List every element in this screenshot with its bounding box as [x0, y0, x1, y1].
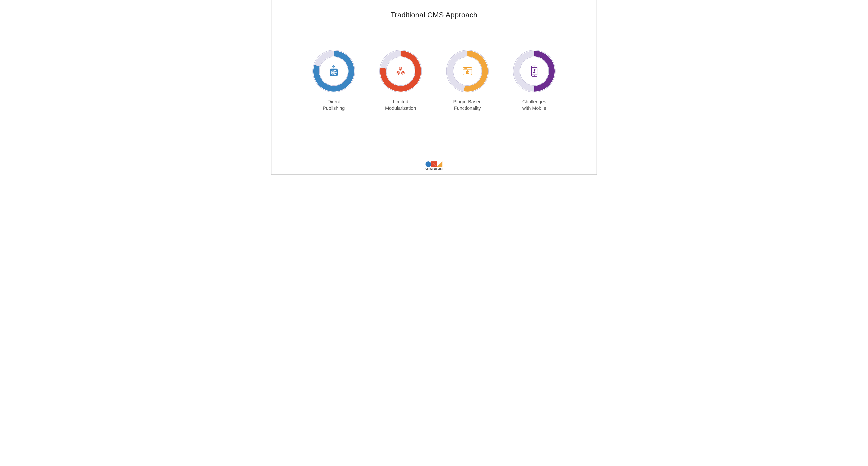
ring: [312, 50, 355, 93]
diagram-title: Traditional CMS Approach: [391, 11, 477, 19]
item-label: Challengeswith Mobile: [522, 98, 546, 111]
logo-square-icon: [431, 161, 437, 167]
svg-point-14: [464, 68, 465, 69]
ring: [379, 50, 422, 93]
svg-point-16: [466, 68, 467, 69]
item-label: DirectPublishing: [323, 98, 345, 111]
item-label: LimitedModularization: [385, 98, 416, 111]
item-label: Plugin-BasedFunctionality: [453, 98, 482, 111]
diagram-item: LimitedModularization: [377, 50, 425, 111]
ring: [446, 50, 489, 93]
svg-point-24: [534, 66, 534, 67]
cubes-icon: [379, 50, 422, 93]
items-row: DirectPublishing LimitedModularization P…: [310, 50, 558, 111]
svg-point-15: [465, 68, 466, 69]
logo-triangle-icon: [437, 161, 442, 167]
logo-shapes: [426, 161, 442, 167]
footer-logo: OpenSense Labs: [426, 161, 443, 170]
diagram-canvas: Traditional CMS Approach DirectPublishin…: [271, 0, 597, 175]
diagram-item: DirectPublishing: [310, 50, 358, 111]
diagram-item: Challengeswith Mobile: [510, 50, 558, 111]
phone-flag-icon: [513, 50, 556, 93]
ring: [513, 50, 556, 93]
browser-puzzle-icon: [446, 50, 489, 93]
svg-point-23: [534, 75, 535, 76]
diagram-item: Plugin-BasedFunctionality: [443, 50, 491, 111]
globe-upload-icon: [312, 50, 355, 93]
